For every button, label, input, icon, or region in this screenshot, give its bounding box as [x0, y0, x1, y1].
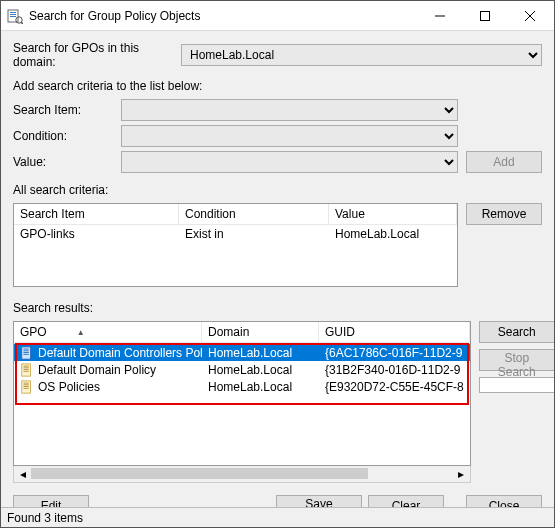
- bottom-buttons: Edit Save results... Clear Close: [13, 495, 542, 507]
- dialog-body: Search for GPOs in this domain: HomeLab.…: [1, 31, 554, 507]
- minimize-button[interactable]: [417, 1, 462, 30]
- condition-label: Condition:: [13, 129, 113, 143]
- criteria-col-value[interactable]: Value: [329, 204, 457, 225]
- remove-button[interactable]: Remove: [466, 203, 542, 225]
- svg-rect-7: [480, 11, 489, 20]
- value-select[interactable]: [121, 151, 458, 173]
- results-col-domain[interactable]: Domain: [202, 322, 319, 343]
- search-item-label: Search Item:: [13, 103, 113, 117]
- add-button[interactable]: Add: [466, 151, 542, 173]
- stop-search-button[interactable]: Stop Search: [479, 349, 554, 371]
- results-row[interactable]: Default Domain Controllers PolicyHomeLab…: [14, 344, 470, 361]
- criteria-row[interactable]: GPO-links Exist in HomeLab.Local: [14, 225, 457, 243]
- results-row[interactable]: Default Domain PolicyHomeLab.Local{31B2F…: [14, 361, 470, 378]
- results-col-gpo[interactable]: GPO▲: [14, 322, 202, 343]
- status-bar: Found 3 items: [1, 507, 554, 527]
- value-label: Value:: [13, 155, 113, 169]
- svg-rect-14: [24, 353, 29, 354]
- svg-rect-19: [24, 370, 29, 371]
- svg-line-5: [21, 22, 23, 24]
- app-icon: [7, 8, 23, 24]
- scroll-right-icon[interactable]: ▸: [453, 466, 470, 482]
- svg-rect-13: [24, 352, 29, 353]
- edit-button[interactable]: Edit: [13, 495, 89, 507]
- sort-asc-icon: ▲: [77, 328, 85, 337]
- title-bar: Search for Group Policy Objects: [1, 1, 554, 31]
- criteria-heading: All search criteria:: [13, 183, 542, 197]
- results-col-guid[interactable]: GUID: [319, 322, 470, 343]
- svg-rect-3: [10, 16, 16, 17]
- criteria-header: Search Item Condition Value: [14, 204, 457, 225]
- status-text: Found 3 items: [7, 511, 83, 525]
- results-hscrollbar[interactable]: ◂ ▸: [13, 466, 471, 483]
- svg-rect-18: [24, 369, 29, 370]
- svg-rect-12: [24, 350, 29, 351]
- add-criteria-heading: Add search criteria to the list below:: [13, 79, 542, 93]
- svg-rect-22: [24, 384, 29, 385]
- window-title: Search for Group Policy Objects: [29, 9, 417, 23]
- svg-rect-17: [24, 367, 29, 368]
- criteria-table[interactable]: Search Item Condition Value GPO-links Ex…: [13, 203, 458, 287]
- svg-rect-16: [24, 365, 29, 366]
- svg-rect-11: [24, 348, 29, 349]
- maximize-button[interactable]: [462, 1, 507, 30]
- condition-select[interactable]: [121, 125, 458, 147]
- domain-select[interactable]: HomeLab.Local: [181, 44, 542, 66]
- scroll-left-icon[interactable]: ◂: [14, 466, 31, 482]
- results-table[interactable]: GPO▲ Domain GUID Default Domain Controll…: [13, 321, 471, 466]
- svg-rect-24: [24, 387, 29, 388]
- domain-row: Search for GPOs in this domain: HomeLab.…: [13, 41, 542, 69]
- svg-rect-2: [10, 14, 16, 15]
- search-button[interactable]: Search: [479, 321, 554, 343]
- clear-button[interactable]: Clear: [368, 495, 444, 507]
- criteria-col-condition[interactable]: Condition: [179, 204, 329, 225]
- close-dialog-button[interactable]: Close: [466, 495, 542, 507]
- save-results-button[interactable]: Save results...: [276, 495, 362, 507]
- progress-indicator: [479, 377, 554, 393]
- svg-rect-1: [10, 12, 16, 13]
- close-button[interactable]: [507, 1, 552, 30]
- search-item-select[interactable]: [121, 99, 458, 121]
- domain-label: Search for GPOs in this domain:: [13, 41, 173, 69]
- svg-rect-23: [24, 386, 29, 387]
- svg-rect-21: [24, 382, 29, 383]
- results-row[interactable]: OS PoliciesHomeLab.Local{E9320D72-C55E-4…: [14, 378, 470, 395]
- results-header: GPO▲ Domain GUID: [14, 322, 470, 344]
- scroll-thumb[interactable]: [31, 468, 368, 479]
- results-heading: Search results:: [13, 301, 542, 315]
- criteria-col-search-item[interactable]: Search Item: [14, 204, 179, 225]
